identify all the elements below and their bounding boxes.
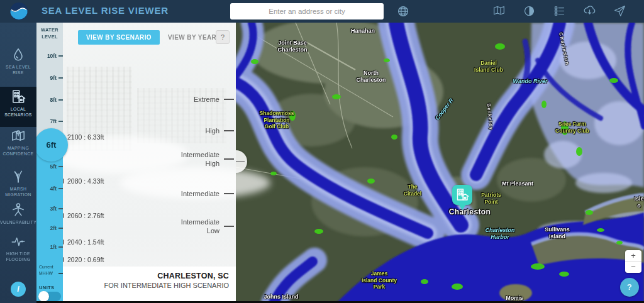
sidebar-item-label: VULNERABILITY [0, 219, 36, 225]
water-level-tick-label: 1ft [50, 244, 57, 250]
sidebar-item-mapping-confidence[interactable]: MAPPING CONFIDENCE [0, 126, 36, 163]
water-level-ruler: WATER LEVEL Current MHHW UNITS 10ft9ft8f… [36, 23, 63, 303]
scenario-marker: Intermediate [129, 184, 236, 203]
map-help-button[interactable]: ? [620, 278, 639, 297]
mhhw-tick [58, 273, 63, 274]
year-marker: 2080 : 4.33ft [60, 177, 104, 185]
zoom-in-button[interactable]: + [625, 250, 641, 262]
scenario-marker: Intermediate Low [129, 217, 236, 236]
water-level-title: WATER LEVEL [36, 26, 63, 41]
year-label: 2040 : 1.54ft [67, 238, 104, 246]
search-input[interactable] [230, 3, 384, 19]
sidebar-item-local-scenarios[interactable]: LOCAL SCENARIOS [0, 87, 36, 127]
sidebar-item-sea-level-rise[interactable]: SEA LEVEL RISE [0, 45, 36, 82]
scenario-tick [224, 158, 234, 160]
year-marker: 2060 : 2.76ft [60, 212, 104, 219]
zoom-out-button[interactable]: − [625, 262, 641, 273]
water-level-tick-label: 3ft [50, 206, 57, 212]
location-block: CHARLESTON, SC FOR INTERMEDIATE HIGH SCE… [63, 267, 236, 303]
scenario-marker: Intermediate High [129, 150, 236, 168]
water-drop-icon [10, 47, 26, 63]
water-level-tick [58, 55, 63, 57]
globe-icon[interactable] [396, 4, 410, 18]
map-zoom-control: + − [625, 250, 641, 273]
scenario-tick [224, 193, 234, 194]
header-bar: SEA LEVEL RISE VIEWER [0, 0, 644, 23]
scenario-label: Extreme [144, 95, 219, 104]
header-toolbar [492, 4, 626, 18]
scenario-label: Intermediate High [144, 150, 219, 168]
water-level-bubble[interactable]: 6ft [35, 128, 68, 162]
water-level-tick [58, 121, 63, 122]
year-label: 2060 : 2.76ft [67, 212, 104, 219]
year-marker: 2020 : 0.69ft [60, 256, 104, 263]
water-level-tick-label: 8ft [50, 97, 57, 103]
download-icon[interactable] [583, 4, 596, 18]
marsh-grass-icon [10, 168, 26, 185]
location-name: CHARLESTON, SC [157, 272, 229, 280]
year-label: 2020 : 0.69ft [67, 256, 104, 263]
units-toggle[interactable] [38, 292, 61, 301]
pulse-icon [10, 233, 26, 250]
sidebar-item-label: MAPPING CONFIDENCE [0, 145, 36, 157]
sidebar-item-label: MARSH MIGRATION [0, 186, 36, 197]
legend-icon[interactable] [553, 4, 566, 18]
units-label: UNITS [39, 285, 55, 290]
location-marker-pin[interactable] [452, 185, 472, 205]
sidebar-item-label: SEA LEVEL RISE [0, 64, 36, 75]
water-level-tick-label: 7ft [50, 118, 57, 124]
map-pin-icon [10, 128, 26, 144]
water-level-tick-label: 10ft [47, 53, 57, 59]
year-label: 2100 : 6.33ft [67, 133, 104, 141]
tab-view-by-year[interactable]: VIEW BY YEAR [160, 30, 225, 45]
water-level-tick-label: 5ft [50, 163, 57, 170]
water-level-tick [58, 77, 63, 79]
sea-level-rise-viewer-app: SEA LEVEL RISE VIEWER i SEA LEVEL RISELO… [0, 0, 644, 303]
water-level-tick [58, 99, 63, 101]
scenario-marker: Extreme [129, 90, 236, 109]
scenario-marker: High [129, 121, 236, 140]
sidebar-item-label: LOCAL SCENARIOS [0, 106, 36, 118]
sidebar-item-label: HIGH TIDE FLOODING [0, 251, 36, 262]
info-button[interactable]: i [11, 282, 26, 297]
scenario-tick [224, 99, 234, 100]
scenario-tick [224, 226, 234, 227]
water-level-tick [58, 188, 63, 189]
year-marker: 2040 : 1.54ft [60, 238, 104, 246]
water-level-tick [58, 228, 63, 229]
sidebar-nav: i SEA LEVEL RISELOCAL SCENARIOSMAPPING C… [0, 23, 36, 303]
water-level-tick [58, 246, 63, 248]
water-level-tick [58, 166, 63, 167]
scenario-panel: VIEW BY SCENARIOVIEW BY YEAR ? ExtremeHi… [63, 23, 236, 303]
water-level-tick [58, 208, 63, 209]
panel-tabs: VIEW BY SCENARIOVIEW BY YEAR [78, 30, 225, 45]
tab-view-by-scenario[interactable]: VIEW BY SCENARIO [78, 30, 160, 45]
satellite-imagery [236, 23, 644, 303]
panel-help-button[interactable]: ? [216, 30, 230, 44]
sidebar-item-high-tide-flooding[interactable]: HIGH TIDE FLOODING [0, 231, 36, 269]
current-mhhw-label: Current MHHW [39, 264, 53, 277]
app-title: SEA LEVEL RISE VIEWER [42, 5, 169, 16]
map-canvas[interactable]: HanahanJoint Base CharlestonNorth Charle… [236, 23, 644, 303]
map-icon[interactable] [492, 4, 506, 18]
year-label: 2080 : 4.33ft [67, 177, 104, 185]
noaa-logo [10, 3, 28, 20]
handle-tick [236, 161, 245, 162]
contrast-icon[interactable] [523, 4, 536, 18]
water-level-tick-label: 2ft [50, 225, 57, 231]
person-icon [10, 202, 26, 218]
share-icon[interactable] [613, 4, 626, 18]
scenario-label: Intermediate [144, 189, 219, 198]
scenario-tick [224, 130, 234, 131]
scenario-label: Intermediate Low [144, 218, 219, 236]
scenario-label: High [144, 126, 219, 135]
water-level-tick-label: 9ft [50, 75, 57, 81]
units-toggle-knob[interactable] [38, 291, 49, 302]
buildings-icon [10, 89, 26, 105]
sidebar-item-marsh-migration[interactable]: MARSH MIGRATION [0, 167, 36, 204]
location-subtitle: FOR INTERMEDIATE HIGH SCENARIO [104, 282, 229, 289]
water-level-tick-label: 4ft [50, 185, 57, 192]
